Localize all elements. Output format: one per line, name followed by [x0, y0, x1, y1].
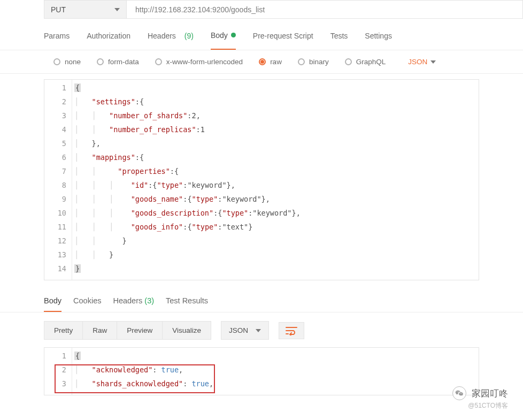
- radio-x-www-form-urlencoded[interactable]: x-www-form-urlencoded: [155, 58, 243, 66]
- radio-binary[interactable]: binary: [298, 58, 329, 66]
- watermark-line2: @51CTO博客: [468, 401, 508, 410]
- wrap-icon: [286, 326, 297, 335]
- response-language-select[interactable]: JSON: [221, 321, 269, 340]
- body-language-select[interactable]: JSON: [408, 58, 436, 66]
- annotation-box: [55, 364, 215, 393]
- request-body-editor[interactable]: 1 2 3 4 5 6 7 8 9 10 11 12 13 14 { │ "se…: [44, 79, 479, 280]
- resp-tab-cookies[interactable]: Cookies: [73, 296, 101, 312]
- tab-authorization[interactable]: Authorization: [87, 28, 130, 50]
- editor-code[interactable]: { │ "settings":{ │ │ "number_of_shards":…: [72, 80, 301, 280]
- radio-none[interactable]: none: [53, 58, 81, 66]
- resp-tab-test-results[interactable]: Test Results: [166, 296, 208, 312]
- tab-headers[interactable]: Headers (9): [148, 28, 194, 50]
- radio-raw[interactable]: raw: [259, 58, 282, 66]
- view-raw-button[interactable]: Raw: [83, 321, 117, 340]
- chevron-down-icon: [256, 329, 261, 332]
- response-tabs: Body Cookies Headers (3) Test Results: [0, 280, 523, 312]
- http-method-value: PUT: [51, 5, 66, 14]
- request-url-value: http://192.168.232.104:9200/goods_list: [135, 5, 265, 14]
- resp-tab-body[interactable]: Body: [44, 296, 61, 312]
- wrap-lines-button[interactable]: [279, 322, 304, 339]
- watermark-line1: 家园叮咚: [472, 387, 508, 400]
- radio-form-data[interactable]: form-data: [97, 58, 139, 66]
- view-pretty-button[interactable]: Pretty: [44, 321, 83, 340]
- watermark: 家园叮咚 @51CTO博客: [452, 386, 508, 410]
- tab-body[interactable]: Body: [211, 28, 236, 50]
- resp-tab-headers[interactable]: Headers (3): [113, 296, 154, 312]
- tab-tests[interactable]: Tests: [330, 28, 348, 50]
- view-visualize-button[interactable]: Visualize: [163, 321, 211, 340]
- tab-settings[interactable]: Settings: [365, 28, 392, 50]
- body-type-row: none form-data x-www-form-urlencoded raw…: [0, 50, 523, 74]
- view-preview-button[interactable]: Preview: [117, 321, 163, 340]
- chevron-down-icon: [430, 60, 436, 64]
- wechat-icon: [452, 386, 466, 400]
- radio-graphql[interactable]: GraphQL: [345, 58, 386, 66]
- body-active-dot-icon: [231, 33, 236, 37]
- tab-params[interactable]: Params: [44, 28, 70, 50]
- http-method-select[interactable]: PUT: [44, 0, 127, 19]
- editor-gutter: 1 2 3 4 5 6 7 8 9 10 11 12 13 14: [44, 80, 72, 280]
- tab-prerequest[interactable]: Pre-request Script: [253, 28, 313, 50]
- request-url-input[interactable]: http://192.168.232.104:9200/goods_list: [127, 0, 523, 19]
- response-view-row: Pretty Raw Preview Visualize JSON: [0, 312, 523, 344]
- request-tabs: Params Authorization Headers (9) Body Pr…: [0, 19, 523, 50]
- chevron-down-icon: [114, 8, 120, 11]
